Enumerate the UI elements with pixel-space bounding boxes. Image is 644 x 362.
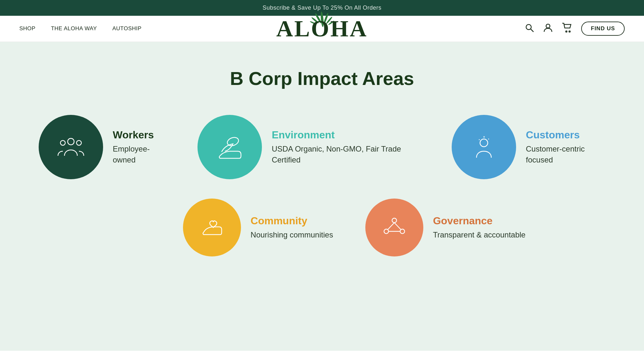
- logo-container[interactable]: ALOHA: [276, 17, 368, 40]
- impact-item-customers: ★ ★ ★ Customers Customer-centric focused: [452, 115, 605, 179]
- workers-circle: [39, 115, 103, 179]
- nav-aloha-way[interactable]: THE ALOHA WAY: [51, 25, 97, 32]
- svg-line-24: [388, 223, 394, 229]
- community-text: Community Nourishing communities: [251, 215, 333, 240]
- customers-circle: ★ ★ ★: [452, 115, 516, 179]
- community-icon: [199, 215, 225, 240]
- header: SHOP THE ALOHA WAY AUTOSHIP: [0, 16, 644, 42]
- main-content: B Corp Impact Areas: [0, 42, 644, 351]
- find-us-button[interactable]: FIND US: [581, 22, 625, 36]
- environment-icon: [215, 133, 244, 162]
- impact-item-governance: Governance Transparent & accountable: [365, 199, 525, 256]
- impact-row-1: Workers Employee-owned Environment: [39, 115, 605, 179]
- governance-desc: Transparent & accountable: [433, 229, 525, 240]
- workers-text: Workers Employee-owned: [113, 129, 165, 165]
- impact-item-community: Community Nourishing communities: [183, 199, 333, 256]
- workers-desc: Employee-owned: [113, 144, 165, 165]
- workers-icon: [56, 133, 85, 162]
- svg-point-9: [546, 24, 550, 28]
- svg-point-20: [392, 218, 397, 223]
- svg-point-21: [400, 229, 405, 234]
- svg-text:★: ★: [488, 138, 489, 140]
- section-title: B Corp Impact Areas: [39, 68, 605, 89]
- customers-icon: ★ ★ ★: [469, 133, 498, 162]
- svg-point-22: [384, 229, 389, 234]
- svg-point-13: [61, 141, 65, 145]
- svg-point-16: [480, 139, 488, 147]
- impact-item-environment: Environment USDA Organic, Non-GMO, Fair …: [197, 115, 419, 179]
- svg-point-7: [526, 24, 531, 30]
- customers-text: Customers Customer-centric focused: [526, 129, 605, 165]
- environment-circle: [197, 115, 262, 179]
- svg-point-14: [77, 141, 82, 145]
- governance-circle: [365, 199, 423, 256]
- community-circle: [183, 199, 241, 256]
- governance-icon: [381, 215, 407, 240]
- impact-row-2: Community Nourishing communities: [183, 199, 525, 256]
- svg-text:★: ★: [483, 135, 485, 138]
- environment-title: Environment: [272, 129, 419, 141]
- svg-line-23: [394, 223, 401, 229]
- svg-text:★: ★: [478, 139, 480, 141]
- logo-text: ALOHA: [276, 16, 368, 42]
- search-icon[interactable]: [524, 23, 534, 35]
- nav-autoship[interactable]: AUTOSHIP: [112, 25, 142, 32]
- impact-item-workers: Workers Employee-owned: [39, 115, 165, 179]
- cart-icon[interactable]: [562, 23, 572, 35]
- impact-grid: Workers Employee-owned Environment: [39, 115, 605, 256]
- environment-text: Environment USDA Organic, Non-GMO, Fair …: [272, 129, 419, 165]
- governance-title: Governance: [433, 215, 525, 227]
- community-title: Community: [251, 215, 333, 227]
- nav-left: SHOP THE ALOHA WAY AUTOSHIP: [19, 25, 141, 32]
- workers-title: Workers: [113, 129, 165, 141]
- svg-line-8: [531, 29, 533, 32]
- svg-point-12: [68, 138, 74, 145]
- nav-right: FIND US: [524, 22, 625, 36]
- svg-point-11: [569, 31, 570, 32]
- nav-shop[interactable]: SHOP: [19, 25, 35, 32]
- customers-title: Customers: [526, 129, 605, 141]
- svg-point-10: [566, 31, 567, 32]
- community-desc: Nourishing communities: [251, 229, 333, 240]
- customers-desc: Customer-centric focused: [526, 144, 605, 165]
- account-icon[interactable]: [543, 23, 553, 35]
- announcement-text: Subscribe & Save Up To 25% On All Orders: [263, 5, 381, 11]
- environment-desc: USDA Organic, Non-GMO, Fair Trade Certif…: [272, 144, 419, 165]
- governance-text: Governance Transparent & accountable: [433, 215, 525, 240]
